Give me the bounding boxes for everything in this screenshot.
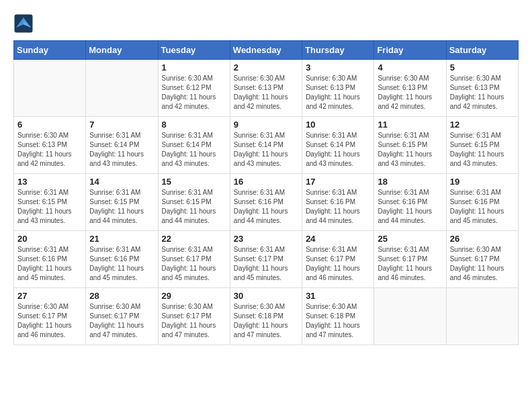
page-header xyxy=(13,13,519,34)
calendar-cell: 16Sunrise: 6:31 AMSunset: 6:16 PMDayligh… xyxy=(230,174,302,231)
weekday-header-tuesday: Tuesday xyxy=(158,41,230,60)
day-info: Sunrise: 6:31 AMSunset: 6:15 PMDaylight:… xyxy=(162,188,226,226)
day-info: Sunrise: 6:31 AMSunset: 6:16 PMDaylight:… xyxy=(234,188,298,226)
day-number: 8 xyxy=(162,120,226,130)
calendar-cell: 8Sunrise: 6:31 AMSunset: 6:14 PMDaylight… xyxy=(158,117,230,174)
day-info: Sunrise: 6:30 AMSunset: 6:13 PMDaylight:… xyxy=(450,74,515,111)
day-info: Sunrise: 6:30 AMSunset: 6:18 PMDaylight:… xyxy=(306,302,370,340)
calendar-cell: 5Sunrise: 6:30 AMSunset: 6:13 PMDaylight… xyxy=(446,60,518,117)
calendar-cell: 31Sunrise: 6:30 AMSunset: 6:18 PMDayligh… xyxy=(302,288,374,345)
day-number: 5 xyxy=(450,62,515,73)
day-number: 31 xyxy=(306,291,370,301)
calendar-cell: 17Sunrise: 6:31 AMSunset: 6:16 PMDayligh… xyxy=(302,174,374,231)
day-number: 10 xyxy=(306,120,370,130)
calendar-cell: 29Sunrise: 6:30 AMSunset: 6:17 PMDayligh… xyxy=(158,288,230,345)
calendar-cell: 19Sunrise: 6:31 AMSunset: 6:16 PMDayligh… xyxy=(446,174,518,231)
calendar-cell: 28Sunrise: 6:30 AMSunset: 6:17 PMDayligh… xyxy=(86,288,158,345)
calendar-cell: 12Sunrise: 6:31 AMSunset: 6:15 PMDayligh… xyxy=(446,117,518,174)
calendar-cell: 22Sunrise: 6:31 AMSunset: 6:17 PMDayligh… xyxy=(158,231,230,288)
day-number: 20 xyxy=(17,234,82,244)
day-number: 22 xyxy=(162,234,226,244)
weekday-header-saturday: Saturday xyxy=(446,41,518,60)
calendar-cell: 18Sunrise: 6:31 AMSunset: 6:16 PMDayligh… xyxy=(374,174,446,231)
calendar-cell: 3Sunrise: 6:30 AMSunset: 6:13 PMDaylight… xyxy=(302,60,374,117)
calendar-cell: 21Sunrise: 6:31 AMSunset: 6:16 PMDayligh… xyxy=(86,231,158,288)
day-number: 29 xyxy=(162,291,226,301)
day-number: 25 xyxy=(378,234,442,244)
day-info: Sunrise: 6:30 AMSunset: 6:12 PMDaylight:… xyxy=(162,74,226,111)
day-info: Sunrise: 6:31 AMSunset: 6:14 PMDaylight:… xyxy=(89,131,154,169)
day-number: 27 xyxy=(17,291,82,301)
day-number: 14 xyxy=(89,177,154,187)
calendar-cell: 7Sunrise: 6:31 AMSunset: 6:14 PMDaylight… xyxy=(86,117,158,174)
day-info: Sunrise: 6:31 AMSunset: 6:16 PMDaylight:… xyxy=(89,245,154,283)
calendar-cell: 30Sunrise: 6:30 AMSunset: 6:18 PMDayligh… xyxy=(230,288,302,345)
day-info: Sunrise: 6:31 AMSunset: 6:16 PMDaylight:… xyxy=(17,245,82,283)
weekday-header-monday: Monday xyxy=(86,41,158,60)
day-info: Sunrise: 6:31 AMSunset: 6:17 PMDaylight:… xyxy=(234,245,298,283)
calendar-cell xyxy=(374,288,446,345)
day-info: Sunrise: 6:30 AMSunset: 6:13 PMDaylight:… xyxy=(17,131,82,169)
weekday-header-row: SundayMondayTuesdayWednesdayThursdayFrid… xyxy=(14,41,519,60)
calendar-cell: 6Sunrise: 6:30 AMSunset: 6:13 PMDaylight… xyxy=(14,117,86,174)
calendar-header: SundayMondayTuesdayWednesdayThursdayFrid… xyxy=(14,41,519,60)
day-info: Sunrise: 6:30 AMSunset: 6:17 PMDaylight:… xyxy=(162,302,226,340)
calendar-week-2: 6Sunrise: 6:30 AMSunset: 6:13 PMDaylight… xyxy=(14,117,519,174)
day-number: 9 xyxy=(234,120,298,130)
weekday-header-thursday: Thursday xyxy=(302,41,374,60)
day-info: Sunrise: 6:31 AMSunset: 6:14 PMDaylight:… xyxy=(162,131,226,169)
calendar-cell: 14Sunrise: 6:31 AMSunset: 6:15 PMDayligh… xyxy=(86,174,158,231)
day-info: Sunrise: 6:31 AMSunset: 6:17 PMDaylight:… xyxy=(306,245,370,283)
day-number: 7 xyxy=(89,120,154,130)
day-info: Sunrise: 6:31 AMSunset: 6:17 PMDaylight:… xyxy=(378,245,442,283)
day-number: 4 xyxy=(378,62,442,73)
day-number: 1 xyxy=(162,62,226,73)
day-info: Sunrise: 6:31 AMSunset: 6:15 PMDaylight:… xyxy=(378,131,442,169)
calendar-cell xyxy=(446,288,518,345)
day-number: 24 xyxy=(306,234,370,244)
calendar-cell: 13Sunrise: 6:31 AMSunset: 6:15 PMDayligh… xyxy=(14,174,86,231)
logo xyxy=(13,13,36,34)
logo-icon xyxy=(13,13,34,34)
calendar-cell: 27Sunrise: 6:30 AMSunset: 6:17 PMDayligh… xyxy=(14,288,86,345)
day-number: 11 xyxy=(378,120,442,130)
calendar-cell: 1Sunrise: 6:30 AMSunset: 6:12 PMDaylight… xyxy=(158,60,230,117)
calendar-cell: 9Sunrise: 6:31 AMSunset: 6:14 PMDaylight… xyxy=(230,117,302,174)
calendar-table: SundayMondayTuesdayWednesdayThursdayFrid… xyxy=(13,40,519,345)
day-number: 2 xyxy=(234,62,298,73)
day-number: 21 xyxy=(89,234,154,244)
day-number: 3 xyxy=(306,62,370,73)
day-number: 26 xyxy=(450,234,515,244)
day-info: Sunrise: 6:31 AMSunset: 6:14 PMDaylight:… xyxy=(306,131,370,169)
day-number: 15 xyxy=(162,177,226,187)
calendar-cell: 20Sunrise: 6:31 AMSunset: 6:16 PMDayligh… xyxy=(14,231,86,288)
calendar-cell: 23Sunrise: 6:31 AMSunset: 6:17 PMDayligh… xyxy=(230,231,302,288)
day-number: 16 xyxy=(234,177,298,187)
day-number: 13 xyxy=(17,177,82,187)
calendar-cell: 25Sunrise: 6:31 AMSunset: 6:17 PMDayligh… xyxy=(374,231,446,288)
day-number: 19 xyxy=(450,177,515,187)
calendar-week-3: 13Sunrise: 6:31 AMSunset: 6:15 PMDayligh… xyxy=(14,174,519,231)
calendar-cell: 10Sunrise: 6:31 AMSunset: 6:14 PMDayligh… xyxy=(302,117,374,174)
day-info: Sunrise: 6:30 AMSunset: 6:17 PMDaylight:… xyxy=(89,302,154,340)
calendar-cell: 15Sunrise: 6:31 AMSunset: 6:15 PMDayligh… xyxy=(158,174,230,231)
day-info: Sunrise: 6:31 AMSunset: 6:17 PMDaylight:… xyxy=(162,245,226,283)
calendar-cell: 2Sunrise: 6:30 AMSunset: 6:13 PMDaylight… xyxy=(230,60,302,117)
calendar-cell: 26Sunrise: 6:30 AMSunset: 6:17 PMDayligh… xyxy=(446,231,518,288)
day-info: Sunrise: 6:31 AMSunset: 6:16 PMDaylight:… xyxy=(450,188,515,226)
day-number: 17 xyxy=(306,177,370,187)
calendar-cell: 24Sunrise: 6:31 AMSunset: 6:17 PMDayligh… xyxy=(302,231,374,288)
day-number: 28 xyxy=(89,291,154,301)
day-info: Sunrise: 6:31 AMSunset: 6:16 PMDaylight:… xyxy=(306,188,370,226)
day-number: 30 xyxy=(234,291,298,301)
calendar-cell xyxy=(86,60,158,117)
day-number: 12 xyxy=(450,120,515,130)
day-info: Sunrise: 6:31 AMSunset: 6:15 PMDaylight:… xyxy=(17,188,82,226)
day-number: 18 xyxy=(378,177,442,187)
day-info: Sunrise: 6:30 AMSunset: 6:17 PMDaylight:… xyxy=(450,245,515,283)
day-info: Sunrise: 6:31 AMSunset: 6:15 PMDaylight:… xyxy=(89,188,154,226)
day-info: Sunrise: 6:30 AMSunset: 6:17 PMDaylight:… xyxy=(17,302,82,340)
day-info: Sunrise: 6:31 AMSunset: 6:14 PMDaylight:… xyxy=(234,131,298,169)
calendar-week-5: 27Sunrise: 6:30 AMSunset: 6:17 PMDayligh… xyxy=(14,288,519,345)
weekday-header-friday: Friday xyxy=(374,41,446,60)
